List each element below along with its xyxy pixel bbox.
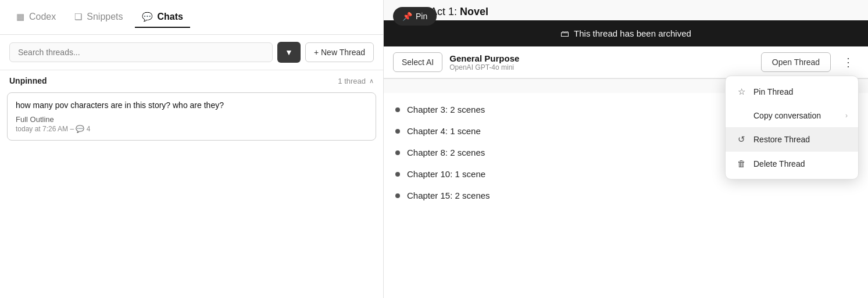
chats-icon: 💬	[142, 12, 153, 22]
toolbar-row: Select AI General Purpose OpenAI GPT-4o …	[384, 46, 868, 78]
section-header: Unpinned 1 thread ∧	[0, 70, 383, 89]
chapter-label: Chapter 3: 2 scenes	[407, 105, 485, 114]
new-thread-button[interactable]: + New Thread	[305, 42, 374, 62]
context-menu-copy[interactable]: Copy conversation ›	[726, 104, 858, 127]
pin-label: Pin	[416, 12, 427, 21]
context-menu: ☆ Pin Thread Copy conversation › ↺ Resto…	[725, 76, 859, 179]
thread-timestamp: today at 7:26 AM	[16, 125, 68, 133]
pin-icon: 📌	[402, 12, 412, 21]
context-menu-delete[interactable]: 🗑 Delete Thread	[726, 152, 858, 175]
title-bold: Novel	[460, 6, 488, 17]
pin-row: 📌 Pin	[393, 7, 437, 26]
tab-chats-label: Chats	[158, 12, 183, 22]
new-thread-label: + New Thread	[314, 48, 365, 57]
section-count: 1 thread ∧	[338, 77, 374, 85]
bullet-icon	[395, 129, 400, 134]
sidebar: ▦ Codex ❑ Snippets 💬 Chats ▼ + New Threa…	[0, 0, 384, 298]
thread-separator: –	[70, 125, 76, 133]
chevron-up-icon[interactable]: ∧	[369, 77, 374, 85]
filter-button[interactable]: ▼	[277, 42, 301, 63]
chapter-label: Chapter 10: 1 scene	[407, 169, 485, 179]
filter-icon: ▼	[285, 48, 293, 57]
codex-icon: ▦	[16, 12, 24, 22]
chevron-right-icon: ›	[845, 112, 848, 120]
title-area: 📌 Pin Act 1: Novel	[384, 0, 868, 20]
chapter-label: Chapter 8: 2 scenes	[407, 148, 485, 157]
bullet-icon	[395, 172, 400, 177]
pin-thread-label: Pin Thread	[753, 87, 793, 96]
main-area: 📌 Pin Act 1: Novel 🗃 This thread has bee…	[384, 0, 868, 298]
context-menu-restore[interactable]: ↺ Restore Thread	[726, 127, 858, 152]
model-sub: OpenAI GPT-4o mini	[449, 63, 753, 71]
tab-chats[interactable]: 💬 Chats	[135, 7, 190, 28]
nav-tabs: ▦ Codex ❑ Snippets 💬 Chats	[0, 0, 383, 35]
chapter-label: Chapter 4: 1 scene	[407, 126, 481, 136]
select-ai-button[interactable]: Select AI	[393, 52, 442, 72]
section-title: Unpinned	[9, 76, 47, 85]
context-menu-pin[interactable]: ☆ Pin Thread	[726, 80, 858, 104]
thread-count: 1 thread	[338, 77, 366, 85]
search-bar: ▼ + New Thread	[0, 35, 383, 70]
thread-item[interactable]: how many pov characters are in this stor…	[7, 92, 376, 141]
delete-label: Delete Thread	[753, 159, 805, 168]
open-thread-button[interactable]: Open Thread	[761, 52, 831, 72]
more-options-button[interactable]: ⋮	[838, 54, 859, 70]
pin-button[interactable]: 📌 Pin	[393, 7, 437, 26]
open-thread-label: Open Thread	[772, 58, 820, 67]
list-item: Chapter 15: 2 scenes	[395, 185, 856, 206]
restore-icon: ↺	[736, 134, 746, 145]
trash-icon: 🗑	[736, 159, 746, 168]
star-icon: ☆	[736, 87, 746, 97]
tab-snippets[interactable]: ❑ Snippets	[67, 7, 130, 28]
tab-snippets-label: Snippets	[87, 12, 123, 22]
select-ai-label: Select AI	[402, 58, 434, 67]
archived-text: This thread has been archived	[574, 28, 691, 38]
tab-codex-label: Codex	[29, 12, 56, 22]
snippets-icon: ❑	[74, 12, 82, 22]
tab-codex[interactable]: ▦ Codex	[9, 7, 63, 28]
more-icon: ⋮	[842, 56, 854, 69]
archived-banner: 🗃 This thread has been archived	[384, 20, 868, 46]
comment-count: 4	[87, 125, 91, 133]
bullet-icon	[395, 150, 400, 155]
search-input[interactable]	[9, 42, 273, 62]
thread-title: how many pov characters are in this stor…	[16, 100, 367, 112]
copy-label: Copy conversation	[753, 111, 821, 120]
thread-page-title: Act 1: Novel	[430, 6, 488, 18]
model-name: General Purpose	[449, 53, 753, 63]
thread-subtitle: Full Outline	[16, 115, 367, 124]
thread-meta: today at 7:26 AM – 💬 4	[16, 125, 367, 133]
archive-icon: 🗃	[560, 28, 569, 38]
bullet-icon	[395, 193, 400, 198]
model-info: General Purpose OpenAI GPT-4o mini	[449, 53, 753, 71]
chapter-label: Chapter 15: 2 scenes	[407, 191, 490, 200]
restore-label: Restore Thread	[753, 135, 810, 144]
bullet-icon	[395, 107, 400, 112]
comment-icon: 💬	[76, 125, 84, 133]
